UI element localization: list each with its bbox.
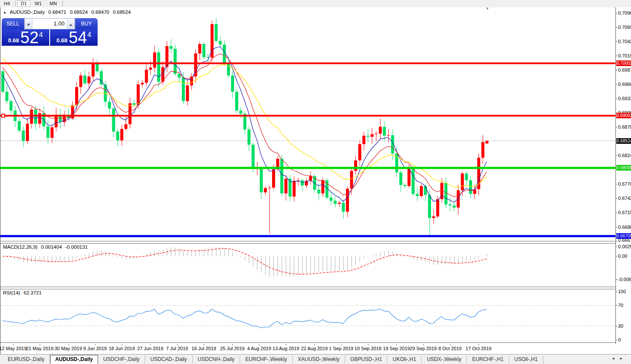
candle-body: [428, 195, 431, 218]
price-tick-label: 0.67700: [618, 181, 631, 187]
axis-tick-mark: [616, 13, 617, 13]
chart-tab-eurchf-h1[interactable]: EURCHF-,H1: [467, 355, 509, 364]
chart-tab-usdx-weekly[interactable]: USDX-,Weekly: [422, 355, 467, 364]
date-tick-mark: [259, 344, 260, 345]
price-tick-label: 0.70150: [618, 53, 631, 58]
pane-separator[interactable]: [0, 241, 631, 244]
chart-tab-audusd-daily[interactable]: AUDUSD-,Daily: [50, 355, 98, 364]
date-label: 25 Jul 2019: [220, 346, 245, 351]
chart-tab-usdchf-daily[interactable]: USDCHF-,Daily: [98, 355, 145, 364]
ohlc-low: 0.68470: [91, 9, 109, 15]
candle-body: [124, 124, 127, 129]
chart-tab-usdcnh-daily[interactable]: USDCNH-,Daily: [193, 355, 240, 364]
chart-plot: [0, 7, 615, 344]
hline-0.70002[interactable]: [0, 63, 615, 64]
volume-increase-button[interactable]: [67, 19, 75, 29]
price-chip-0.68006: 0.68006: [616, 165, 631, 171]
hline-0.68006[interactable]: [0, 167, 615, 169]
price-axis[interactable]: 0.709650.706950.704200.701500.698750.696…: [615, 7, 631, 344]
date-tick-mark: [150, 344, 151, 345]
candle-body: [354, 160, 357, 171]
main-price-pane: [0, 18, 615, 237]
sell-price-display[interactable]: 0.68524: [2, 29, 49, 46]
volume-decrease-button[interactable]: [25, 19, 32, 29]
candle-body: [227, 63, 230, 76]
date-label: 27 Jun 2019: [137, 346, 164, 351]
shift-end-marker-icon[interactable]: ▼: [485, 7, 489, 11]
candle-body: [22, 130, 25, 141]
date-tick-mark: [95, 344, 95, 345]
timeframe-button-h4[interactable]: H4: [0, 0, 13, 7]
candle-body: [272, 169, 275, 188]
rsi-label: RSI(14) 62.3721: [3, 290, 44, 295]
pane-separator[interactable]: [0, 287, 631, 289]
scroll-left-icon[interactable]: ◄: [611, 356, 619, 361]
axis-tick-mark: [616, 98, 617, 99]
hline-0.69003[interactable]: [0, 115, 615, 117]
buy-button[interactable]: BUY: [75, 18, 98, 29]
candle-body: [55, 115, 58, 127]
macd-value-signal: -0.000131: [65, 244, 88, 250]
axis-tick-mark: [616, 198, 617, 199]
hline-0.66705[interactable]: [0, 235, 615, 237]
candle-body: [182, 78, 185, 101]
chart-tab-eurusd-daily[interactable]: EURUSD-,Daily: [3, 355, 50, 364]
candle-body: [170, 46, 173, 49]
date-axis[interactable]: 12 May 201921 May 201930 May 20199 Jun 2…: [0, 344, 631, 354]
axis-tick-mark: [616, 41, 617, 42]
candle-body: [116, 132, 119, 141]
timeframe-button-mn[interactable]: MN: [46, 0, 60, 7]
price-tick-label: 0.69330: [618, 96, 631, 101]
date-tick-mark: [341, 344, 342, 345]
candle-body: [268, 188, 271, 188]
chart-tab-ukoil-h1[interactable]: UKOil-,H1: [387, 355, 422, 364]
candle-body: [47, 127, 50, 138]
chart-area: ▲ AUDUSD-,Daily 0.68471 0.68524 0.68470 …: [0, 7, 631, 354]
chart-tab-gbpusd-h1[interactable]: GBPUSD-,H1: [345, 355, 387, 364]
axis-tick-mark: [616, 27, 617, 28]
date-tick-mark: [286, 344, 286, 345]
rsi-tick-label: 30: [618, 323, 623, 329]
sell-button[interactable]: SELL: [2, 18, 24, 29]
buy-price-display[interactable]: 0.68544: [50, 29, 98, 46]
hline-handle[interactable]: [2, 114, 5, 117]
candle-body: [231, 76, 234, 92]
volume-input[interactable]: 1.00: [32, 19, 67, 29]
axis-tick-mark: [616, 155, 617, 156]
date-tick-mark: [423, 344, 424, 345]
candle-body: [215, 24, 218, 41]
date-label: 1 Sep 2019: [329, 346, 353, 351]
date-tick-mark: [479, 344, 479, 345]
candle-body: [285, 179, 288, 193]
scroll-right-icon[interactable]: ►: [619, 356, 628, 361]
date-label: 10 Sep 2019: [355, 346, 381, 351]
candle-body: [338, 203, 341, 204]
macd-label: MACD(12,26,9) 0.001404 -0.000131: [3, 244, 90, 250]
collapse-panel-icon[interactable]: ▲: [3, 10, 6, 14]
candle-body: [350, 171, 353, 189]
price-tick-label: 0.67425: [618, 196, 631, 201]
chart-tab-usoil-h1[interactable]: USOil-,H1: [509, 355, 543, 364]
triangle-down-icon: [27, 24, 30, 26]
candle-body: [203, 44, 206, 57]
chart-tab-eurchf-weekly[interactable]: EURCHF-,Weekly: [240, 355, 292, 364]
chart-tab-usdcad-daily[interactable]: USDCAD-,Daily: [145, 355, 193, 364]
date-label: 22 Aug 2019: [301, 346, 328, 351]
date-label: 21 May 2019: [26, 346, 54, 351]
candle-body: [51, 127, 54, 138]
date-tick-mark: [122, 344, 122, 345]
candle-body: [367, 136, 370, 136]
candle-body: [321, 180, 324, 193]
candle-body: [26, 123, 29, 141]
chart-tab-xauusd-weekly[interactable]: XAUUSD-,Weekly: [293, 355, 345, 364]
candle-body: [362, 136, 365, 144]
timeframe-button-w1[interactable]: W1: [31, 0, 45, 7]
buy-price-big: 54: [69, 30, 87, 45]
axis-tick-mark: [616, 326, 617, 326]
sell-price-prefix: 0.68: [8, 37, 19, 44]
price-chip-0.69003: 0.69003: [616, 113, 631, 118]
timeframe-button-d1[interactable]: D1: [17, 0, 30, 7]
buy-price-pip: 4: [87, 31, 91, 39]
rsi-name: RSI(14): [3, 290, 20, 295]
candle-body: [186, 85, 189, 101]
